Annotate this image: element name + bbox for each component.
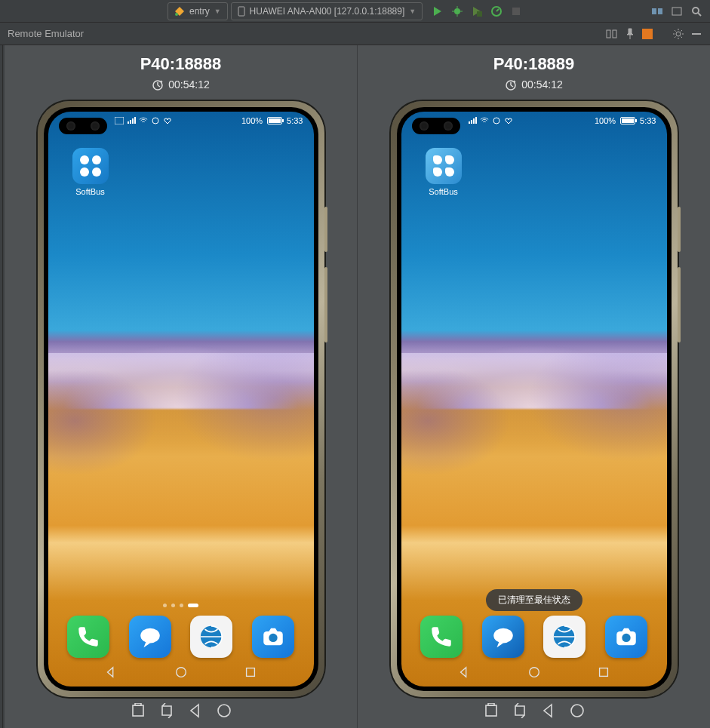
svg-point-37 <box>493 628 513 644</box>
nav-bar <box>401 662 667 682</box>
signal-icon <box>127 117 136 124</box>
emulator-controls <box>484 703 585 718</box>
run-button[interactable] <box>432 5 444 17</box>
nav-recent[interactable] <box>244 665 257 679</box>
status-time: 5:33 <box>287 116 303 125</box>
svg-marker-3 <box>434 7 441 16</box>
ctrl-back[interactable] <box>541 703 556 718</box>
ctrl-rotate[interactable] <box>159 703 174 718</box>
sync-icon[interactable] <box>651 5 663 17</box>
heart-icon <box>163 117 172 124</box>
power-button[interactable] <box>324 267 327 342</box>
chevron-down-icon: ▼ <box>409 8 416 15</box>
nav-recent[interactable] <box>597 665 610 679</box>
emulator-area: P40:18888 00:54:12 <box>5 45 710 728</box>
svg-rect-43 <box>486 705 496 716</box>
svg-point-25 <box>152 118 158 124</box>
device-label: HUAWEI ANA-AN00 [127.0.0.1:18889] <box>250 6 405 17</box>
svg-point-29 <box>269 634 277 642</box>
window-icon[interactable] <box>671 5 683 17</box>
svg-point-17 <box>693 8 699 14</box>
app-softbus[interactable]: SoftBus <box>421 148 466 196</box>
nav-home[interactable] <box>174 665 188 679</box>
status-bar: 100% 5:33 <box>401 112 667 130</box>
toast-message: 已清理至最佳状态 <box>486 589 582 611</box>
svg-point-4 <box>454 8 460 14</box>
hd-icon <box>115 117 124 124</box>
nav-back[interactable] <box>457 665 471 679</box>
status-bar: 100% 5:33 <box>48 112 314 130</box>
chevron-down-icon: ▼ <box>214 8 221 15</box>
nav-bar <box>48 662 314 682</box>
dock-messages[interactable] <box>129 616 171 658</box>
emulator-title: P40:18889 <box>493 54 575 74</box>
wifi-icon <box>139 117 148 124</box>
svg-point-30 <box>176 668 186 677</box>
clock-icon <box>505 78 517 91</box>
phone-screen[interactable]: 100% 5:33 SoftBus 已清理至最佳状态 <box>401 112 667 687</box>
battery-pct: 100% <box>241 116 263 125</box>
timer-value: 00:54:12 <box>168 78 210 91</box>
dock-messages[interactable] <box>482 616 524 658</box>
svg-rect-31 <box>247 668 255 677</box>
split-icon[interactable] <box>606 28 618 40</box>
nav-back[interactable] <box>104 665 118 679</box>
svg-rect-14 <box>652 8 656 14</box>
nfc-icon <box>492 117 501 124</box>
app-icon-graphic <box>426 148 462 184</box>
signal-icon <box>468 117 477 124</box>
debug-button[interactable] <box>451 5 463 17</box>
power-button[interactable] <box>678 267 681 342</box>
battery-icon <box>267 117 282 124</box>
svg-rect-2 <box>238 7 244 16</box>
volume-button[interactable] <box>324 207 327 252</box>
dock-browser[interactable] <box>543 616 586 658</box>
svg-rect-16 <box>672 8 681 15</box>
emulator-title: P40:18888 <box>140 54 222 74</box>
ctrl-home[interactable] <box>570 703 585 718</box>
svg-point-40 <box>622 634 630 642</box>
ctrl-screenshot[interactable] <box>131 703 146 718</box>
svg-rect-15 <box>658 8 662 14</box>
gear-icon[interactable] <box>672 28 684 40</box>
ctrl-rotate[interactable] <box>512 703 527 718</box>
battery-pct: 100% <box>595 116 616 125</box>
dock-camera[interactable] <box>252 616 294 658</box>
svg-rect-33 <box>135 703 141 705</box>
stop-button <box>510 5 522 17</box>
nav-home[interactable] <box>527 665 541 679</box>
svg-rect-10 <box>477 11 482 17</box>
app-softbus[interactable]: SoftBus <box>68 148 113 196</box>
emulator-col-1: P40:18889 00:54:12 <box>358 45 710 728</box>
ctrl-back[interactable] <box>188 703 203 718</box>
emulator-timer: 00:54:12 <box>152 78 210 91</box>
run-config-selector[interactable]: entry ▼ <box>168 2 228 20</box>
svg-rect-13 <box>512 8 520 15</box>
device-selector[interactable]: HUAWEI ANA-AN00 [127.0.0.1:18889] ▼ <box>231 2 423 20</box>
dock-camera[interactable] <box>605 616 647 658</box>
phone-screen[interactable]: 100% 5:33 SoftBus <box>48 112 314 687</box>
app-label: SoftBus <box>421 187 466 196</box>
clock-icon <box>152 78 164 91</box>
phone-frame: 100% 5:33 SoftBus <box>38 101 324 697</box>
battery-icon <box>620 117 635 124</box>
left-gutter <box>0 45 3 728</box>
dock-browser[interactable] <box>190 616 232 658</box>
status-time: 5:33 <box>640 116 656 125</box>
minimize-icon[interactable] <box>690 28 702 40</box>
profile-button[interactable] <box>490 5 503 17</box>
ctrl-screenshot[interactable] <box>484 703 499 718</box>
record-indicator <box>642 29 653 39</box>
ctrl-home[interactable] <box>217 703 232 718</box>
main-toolbar: entry ▼ HUAWEI ANA-AN00 [127.0.0.1:18889… <box>0 0 710 23</box>
svg-point-26 <box>140 628 160 644</box>
heart-icon <box>504 117 513 124</box>
dock-phone[interactable] <box>67 616 109 658</box>
coverage-button[interactable] <box>471 5 483 17</box>
volume-button[interactable] <box>678 207 681 252</box>
wifi-icon <box>480 117 489 124</box>
pin-icon[interactable] <box>624 28 636 40</box>
search-icon[interactable] <box>690 5 702 17</box>
svg-point-36 <box>493 118 499 124</box>
dock-phone[interactable] <box>420 616 463 658</box>
